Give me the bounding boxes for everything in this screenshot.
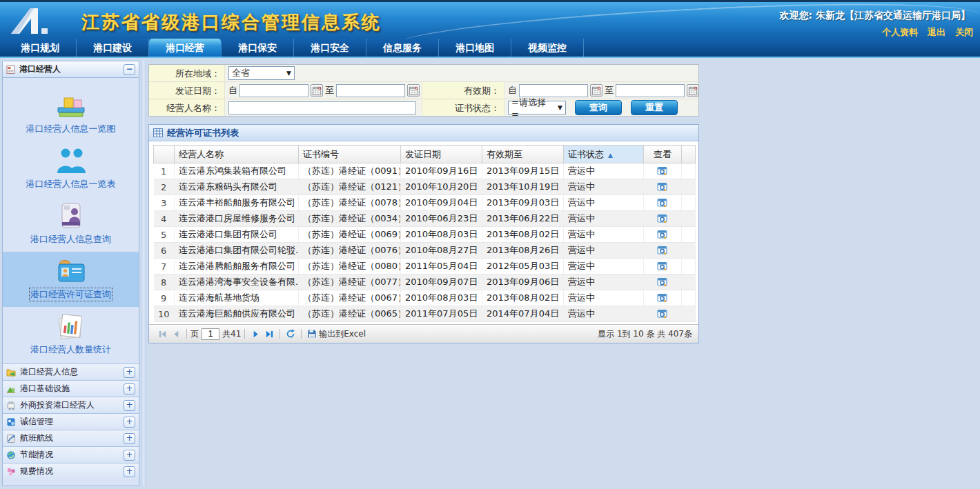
column-header[interactable]: 有效期至 bbox=[482, 146, 564, 163]
sidebar-group[interactable]: 航班航线+ bbox=[3, 430, 139, 446]
table-row[interactable]: 8连云港港湾海事安全设备有限...（苏连）港经证（0077）号2010年09月0… bbox=[154, 275, 696, 290]
cert-no-cell: （苏连）港经证（0065）号 bbox=[299, 306, 401, 322]
table-row[interactable]: 6连云港港口集团有限公司轮驳...（苏连）港经证（0076）号2010年08月2… bbox=[154, 243, 696, 259]
header-link[interactable]: 关闭 bbox=[955, 27, 973, 37]
sidebar-group-header[interactable]: 港口经营人 − bbox=[3, 61, 139, 78]
sidebar-group[interactable]: 诚信管理+ bbox=[3, 413, 139, 430]
nav-tab[interactable]: 港口经营 bbox=[149, 39, 222, 57]
expand-button[interactable]: + bbox=[124, 466, 135, 477]
last-page-icon[interactable] bbox=[264, 328, 275, 339]
nav-tab[interactable]: 港口建设 bbox=[77, 39, 149, 57]
to-label: 至 bbox=[605, 84, 614, 97]
header-link[interactable]: 个人资料 bbox=[882, 27, 918, 37]
collapse-button[interactable]: − bbox=[124, 64, 135, 75]
sidebar-item-label: 港口经营人信息一览图 bbox=[3, 121, 139, 135]
issue-date-from-input[interactable] bbox=[239, 84, 308, 97]
sidebar-item[interactable]: 港口经营许可证查询 bbox=[3, 252, 139, 307]
nav-tab[interactable]: 视频监控 bbox=[511, 39, 584, 57]
expand-button[interactable]: + bbox=[124, 433, 135, 444]
view-icon[interactable] bbox=[657, 197, 668, 208]
sidebar-item[interactable]: 港口经营人信息一览图 bbox=[3, 86, 139, 141]
expand-button[interactable]: + bbox=[124, 400, 135, 411]
cert-no-cell: （苏连）港经证（0121）号 bbox=[299, 179, 401, 195]
table-row[interactable]: 2连云港东粮码头有限公司（苏连）港经证（0121）号2010年10月20日201… bbox=[154, 179, 696, 195]
column-header[interactable]: 经营人名称 bbox=[175, 146, 299, 163]
sidebar-item[interactable]: 港口经营人数量统计 bbox=[3, 307, 139, 362]
view-icon[interactable] bbox=[657, 308, 668, 319]
sidebar-group[interactable]: 规费情况+ bbox=[3, 463, 139, 479]
operator-name-input[interactable] bbox=[228, 101, 416, 114]
page-input[interactable] bbox=[202, 328, 219, 340]
valid-until-cell: 2013年09月03日 bbox=[482, 195, 564, 211]
sidebar-item[interactable]: 港口经营人信息查询 bbox=[3, 197, 139, 252]
prev-page-icon[interactable] bbox=[170, 328, 182, 339]
table-row[interactable]: 5连云港港口集团有限公司（苏连）港经证（0069）号2010年08月03日201… bbox=[154, 227, 696, 243]
view-icon[interactable] bbox=[657, 213, 668, 224]
valid-until-cell: 2012年05月03日 bbox=[482, 259, 564, 275]
view-icon[interactable] bbox=[657, 229, 668, 240]
column-header[interactable]: 证书编号 bbox=[299, 146, 401, 163]
first-page-icon[interactable] bbox=[157, 328, 168, 339]
table-row[interactable]: 4连云港港口房屋维修服务公司（苏连）港经证（0034）号2010年06月23日2… bbox=[154, 211, 696, 227]
expand-button[interactable]: + bbox=[124, 417, 135, 428]
refresh-icon[interactable] bbox=[285, 328, 296, 339]
table-row[interactable]: 7连云港港腾船舶服务有限公司（苏连）港经证（0080）号2011年05月04日2… bbox=[154, 259, 696, 275]
view-icon[interactable] bbox=[657, 166, 668, 177]
view-icon[interactable] bbox=[657, 292, 668, 303]
calendar-icon[interactable] bbox=[590, 84, 602, 97]
sidebar-splitter[interactable] bbox=[141, 61, 146, 486]
filler-cell bbox=[682, 243, 696, 259]
idcard-purple-icon bbox=[55, 202, 87, 230]
row-number-cell: 6 bbox=[154, 243, 175, 259]
expand-button[interactable]: + bbox=[124, 450, 135, 461]
export-excel-label[interactable]: 输出到Excel bbox=[319, 328, 366, 340]
expand-button[interactable]: + bbox=[124, 367, 135, 378]
nav-tab[interactable]: 港口规划 bbox=[4, 39, 77, 57]
table-row[interactable]: 1连云港东鸿集装箱有限公司（苏连）港经证（0091）号2010年09月16日20… bbox=[154, 163, 696, 179]
calendar-icon[interactable] bbox=[407, 84, 420, 97]
sidebar-group[interactable]: 外商投资港口经营人+ bbox=[3, 397, 139, 413]
sidebar-group-label: 诚信管理 bbox=[20, 416, 124, 428]
sidebar-group[interactable]: 港口基础设施+ bbox=[3, 380, 139, 397]
view-icon[interactable] bbox=[657, 245, 668, 256]
nav-tab[interactable]: 港口安全 bbox=[294, 39, 366, 57]
table-row[interactable]: 3连云港丰裕船舶服务有限公司（苏连）港经证（0078）号2010年09月04日2… bbox=[154, 195, 696, 211]
view-icon[interactable] bbox=[657, 181, 668, 192]
export-excel-icon[interactable] bbox=[306, 328, 317, 339]
sidebar-group[interactable]: 港口经营人信息+ bbox=[3, 363, 139, 380]
query-button[interactable]: 查询 bbox=[575, 100, 622, 115]
nav-tab[interactable]: 港口地图 bbox=[439, 39, 511, 57]
column-header[interactable]: 证书状态▲ bbox=[564, 146, 644, 163]
row-number-cell: 1 bbox=[154, 163, 175, 179]
column-header[interactable]: 发证日期 bbox=[401, 146, 482, 163]
header-link[interactable]: 退出 bbox=[928, 27, 945, 37]
sidebar-group[interactable]: 节能情况+ bbox=[3, 446, 139, 463]
app-logo-icon bbox=[7, 5, 72, 39]
cert-no-cell: （苏连）港经证（0069）号 bbox=[299, 227, 401, 243]
valid-until-cell: 2013年08月26日 bbox=[482, 243, 564, 259]
valid-from-input[interactable] bbox=[519, 84, 588, 97]
filler-cell bbox=[682, 259, 696, 275]
calendar-icon[interactable] bbox=[311, 84, 323, 97]
nav-tab[interactable]: 信息服务 bbox=[366, 39, 439, 57]
view-icon[interactable] bbox=[657, 261, 668, 272]
view-icon[interactable] bbox=[657, 277, 668, 288]
main-nav: 港口规划港口建设港口经营港口保安港口安全信息服务港口地图视频监控 bbox=[0, 39, 980, 58]
column-header[interactable]: 查看 bbox=[644, 146, 682, 163]
calendar-icon[interactable] bbox=[687, 84, 699, 97]
filler-cell bbox=[682, 306, 696, 322]
region-select[interactable]: 全省 ▼ bbox=[228, 66, 295, 80]
reset-button[interactable]: 重置 bbox=[631, 100, 678, 115]
table-row[interactable]: 10连云港海巨船舶供应有限公司（苏连）港经证（0065）号2011年07月05日… bbox=[154, 306, 696, 322]
sidebar-item[interactable]: 港口经营人信息一览表 bbox=[3, 141, 139, 197]
cert-status-select[interactable]: =请选择= ▼ bbox=[508, 101, 566, 114]
route-icon bbox=[6, 434, 16, 443]
nav-tab[interactable]: 港口保安 bbox=[222, 39, 294, 57]
issue-date-to-input[interactable] bbox=[336, 84, 405, 97]
table-row[interactable]: 9连云港海航基地货场（苏连）港经证（0067）号2010年08月03日2013年… bbox=[154, 290, 696, 306]
energy-icon bbox=[6, 450, 16, 460]
expand-button[interactable]: + bbox=[124, 383, 135, 395]
cert-no-cell: （苏连）港经证（0091）号 bbox=[299, 163, 401, 179]
valid-to-input[interactable] bbox=[616, 84, 685, 97]
next-page-icon[interactable] bbox=[250, 328, 261, 339]
